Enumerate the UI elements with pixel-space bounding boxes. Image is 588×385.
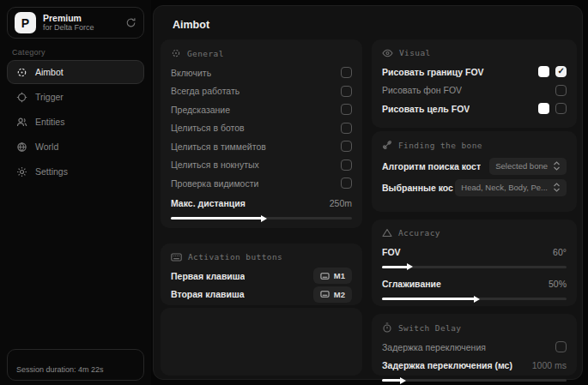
panel-general: General Включить Всегда работать Предска…	[161, 39, 362, 228]
fov-slider[interactable]	[382, 266, 567, 268]
brand-title: Premium	[43, 13, 94, 23]
option-label: Проверка видимости	[171, 178, 258, 189]
sidebar-item-entities[interactable]: Entities	[7, 110, 144, 134]
slider-value: 50%	[549, 279, 567, 289]
dropdown-label: Выбранные кос	[382, 183, 453, 193]
panel-visual: Visual Рисовать границу FOV Рисовать фон…	[372, 39, 577, 128]
sidebar-item-label: Entities	[35, 117, 64, 127]
checkbox-draw-fov-target[interactable]	[555, 103, 567, 114]
keybind-label: Вторая клавиша	[171, 289, 245, 299]
sidebar-nav: Aimbot Trigger Entities	[7, 60, 144, 184]
page-title: Aimbot	[173, 19, 209, 31]
color-swatch[interactable]	[538, 66, 549, 77]
slider-value: 60°	[553, 247, 567, 257]
option-label: Предсказание	[171, 105, 230, 115]
sidebar-item-trigger[interactable]: Trigger	[7, 85, 144, 109]
checkbox-visibility-check[interactable]	[341, 177, 352, 189]
option-label: Рисовать границу FOV	[382, 67, 484, 77]
triangle-icon	[382, 228, 392, 238]
sidebar-item-label: Aimbot	[35, 67, 64, 77]
option-label: Целиться в тиммейтов	[171, 141, 266, 152]
users-icon	[16, 117, 27, 128]
panel-accuracy: Accuracy FOV 60° Сглаживание 50%	[372, 220, 577, 306]
checkbox-draw-fov-border[interactable]	[555, 66, 567, 77]
checkbox-always-work[interactable]	[341, 86, 352, 97]
checkbox-target-bots[interactable]	[341, 123, 352, 134]
slider-value: 250m	[330, 198, 352, 208]
brand-card: P Premium for Delta Force	[7, 7, 144, 39]
dropdown-label: Алгоритм поиска кост	[382, 161, 481, 171]
keybind-button-m2[interactable]: M2	[313, 286, 352, 303]
sidebar-item-label: Trigger	[35, 92, 64, 102]
option-label: Рисовать фон FOV	[382, 85, 462, 95]
slider-label: Макс. дистанция	[171, 198, 246, 208]
panel-activation-buttons: Activation buttons Первая клавиша M1 Вто…	[161, 244, 362, 305]
target-icon	[171, 48, 181, 58]
checkbox-target-teammates[interactable]	[341, 141, 352, 152]
slider-label: Сглаживание	[382, 279, 441, 289]
scan-icon	[16, 67, 27, 78]
bone-algorithm-select[interactable]: Selected bone	[489, 158, 567, 175]
option-label: Включить	[171, 68, 211, 78]
panel-title: Accuracy	[398, 228, 440, 238]
checkbox-enable[interactable]	[341, 67, 352, 78]
selected-bones-select[interactable]: Head, Neck, Body, Pe...	[455, 179, 567, 196]
dropdown-value: Head, Neck, Body, Pe...	[461, 183, 548, 192]
color-swatch[interactable]	[538, 103, 549, 114]
checkbox-prediction[interactable]	[341, 104, 352, 115]
option-label: Рисовать цель FOV	[382, 104, 470, 114]
panel-title: General	[187, 49, 224, 58]
keybind-label: Первая клавиша	[171, 271, 245, 281]
chevrons-updown-icon	[553, 183, 561, 192]
brand-subtitle: for Delta Force	[43, 23, 94, 32]
panel-title: Activation buttons	[188, 252, 282, 262]
slider-label: Задержка переключения (мс)	[382, 360, 512, 370]
bone-icon	[382, 140, 392, 150]
sidebar: P Premium for Delta Force Category Aimbo…	[0, 0, 151, 385]
option-label: Задержка переключения	[382, 342, 486, 352]
panel-title: Visual	[399, 48, 431, 57]
panel-switch-delay: Switch Delay Задержка переключения Задер…	[372, 314, 577, 376]
checkbox-draw-fov-background[interactable]	[555, 85, 567, 96]
keybind-button-m1[interactable]: M1	[313, 268, 352, 284]
keybind-value: M1	[334, 271, 345, 280]
panel-empty	[161, 308, 362, 376]
checkbox-target-knocked[interactable]	[341, 159, 352, 171]
max-distance-slider[interactable]	[171, 217, 352, 220]
switch-delay-slider[interactable]	[382, 379, 567, 382]
sidebar-item-label: World	[35, 141, 58, 152]
smoothing-slider[interactable]	[382, 298, 567, 300]
option-label: Целиться в нокнутых	[171, 159, 259, 170]
option-label: Всегда работать	[171, 86, 239, 96]
slider-label: FOV	[382, 247, 401, 257]
sidebar-item-world[interactable]: World	[7, 135, 144, 159]
panel-finding-bone: Finding the bone Алгоритм поиска кост Se…	[372, 131, 577, 212]
sidebar-item-label: Settings	[35, 166, 68, 177]
panel-title: Switch Delay	[398, 323, 461, 333]
crosshair-icon	[16, 92, 27, 103]
checkbox-switch-delay[interactable]	[555, 341, 567, 352]
main-content: Aimbot General Включить Всегда работать …	[153, 5, 583, 380]
gear-icon	[16, 166, 27, 177]
keyboard-icon	[320, 273, 330, 280]
timer-icon	[382, 322, 392, 333]
sidebar-item-settings[interactable]: Settings	[7, 159, 144, 183]
slider-value: 1000 ms	[532, 360, 567, 370]
globe-icon	[16, 141, 27, 153]
session-duration: Session duration: 4m 22s	[7, 349, 144, 381]
keyboard-icon	[171, 253, 182, 262]
chevrons-updown-icon	[553, 161, 561, 171]
eye-icon	[382, 49, 393, 57]
dropdown-value: Selected bone	[495, 161, 548, 171]
session-duration-text: Session duration: 4m 22s	[16, 365, 104, 374]
keyboard-icon	[320, 291, 330, 298]
sidebar-item-aimbot[interactable]: Aimbot	[7, 60, 144, 84]
option-label: Целиться в ботов	[171, 123, 245, 133]
keybind-value: M2	[334, 290, 345, 299]
category-label: Category	[12, 48, 45, 57]
brand-logo: P	[15, 12, 36, 33]
panel-title: Finding the bone	[398, 141, 482, 150]
refresh-icon[interactable]	[125, 17, 136, 28]
